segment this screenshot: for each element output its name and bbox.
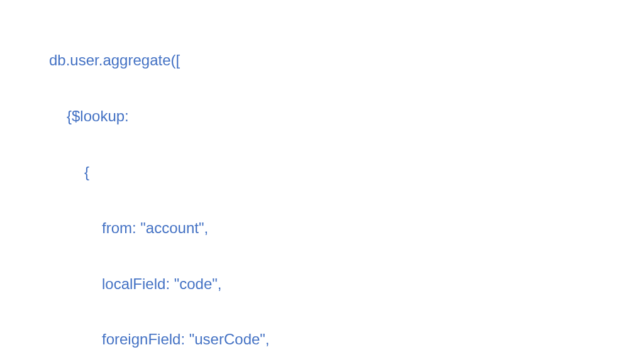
code-line: localField: "code",	[49, 270, 644, 298]
code-snippet: db.user.aggregate([ {$lookup: { from: "a…	[49, 19, 644, 362]
code-line: from: "account",	[49, 214, 644, 242]
code-line: {$lookup:	[49, 102, 644, 130]
code-line: foreignField: "userCode",	[49, 326, 644, 353]
code-line: db.user.aggregate([	[49, 47, 644, 74]
code-line: {	[49, 158, 644, 186]
